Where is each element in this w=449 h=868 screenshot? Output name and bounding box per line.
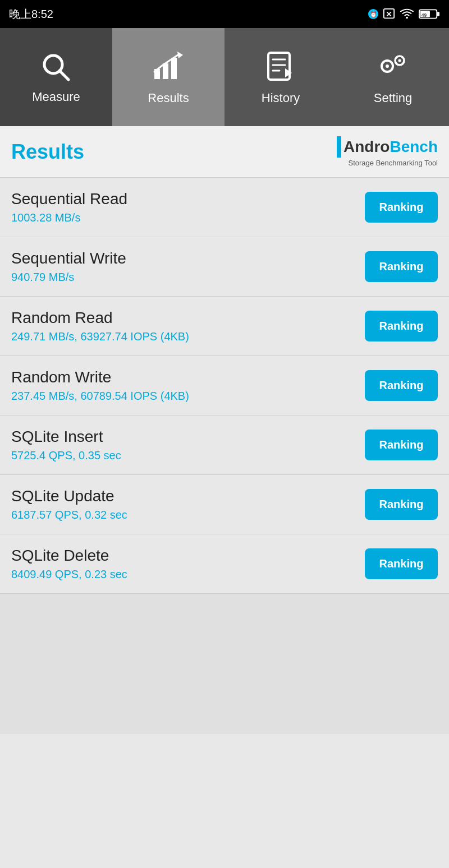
- tab-setting-label: Setting: [374, 91, 413, 105]
- ranking-button-3[interactable]: Ranking: [365, 370, 438, 401]
- result-row-6: SQLite Delete8409.49 QPS, 0.23 secRankin…: [0, 534, 449, 594]
- result-value-4: 5725.4 QPS, 0.35 sec: [11, 449, 365, 462]
- tab-measure[interactable]: Measure: [0, 28, 112, 126]
- result-value-0: 1003.28 MB/s: [11, 211, 365, 224]
- ranking-button-1[interactable]: Ranking: [365, 251, 438, 282]
- result-name-6: SQLite Delete: [11, 547, 365, 565]
- result-value-5: 6187.57 QPS, 0.32 sec: [11, 509, 365, 521]
- result-value-6: 8409.49 QPS, 0.23 sec: [11, 568, 365, 581]
- tab-measure-label: Measure: [32, 90, 80, 104]
- history-icon: [264, 49, 297, 85]
- result-row-3: Random Write237.45 MB/s, 60789.54 IOPS (…: [0, 356, 449, 415]
- svg-point-3: [406, 17, 408, 19]
- brand-bench: Bench: [390, 138, 438, 156]
- tab-results[interactable]: Results: [112, 28, 224, 126]
- brand-bar: [337, 136, 341, 158]
- result-name-0: Sequential Read: [11, 190, 365, 208]
- result-info-5: SQLite Update6187.57 QPS, 0.32 sec: [11, 487, 365, 521]
- result-name-1: Sequential Write: [11, 250, 365, 267]
- measure-icon: [39, 50, 73, 84]
- bottom-filler: [0, 594, 449, 734]
- tab-history-label: History: [262, 91, 300, 105]
- result-list: Sequential Read1003.28 MB/sRankingSequen…: [0, 178, 449, 594]
- status-time: 晚上8:52: [9, 7, 53, 22]
- ranking-button-2[interactable]: Ranking: [365, 311, 438, 341]
- svg-rect-11: [163, 63, 168, 79]
- result-value-2: 249.71 MB/s, 63927.74 IOPS (4KB): [11, 330, 365, 343]
- ranking-button-5[interactable]: Ranking: [365, 489, 438, 520]
- brand-logo: AndroBench Storage Benchmarking Tool: [337, 136, 438, 167]
- brand-name: AndroBench: [343, 138, 438, 156]
- results-header: Results AndroBench Storage Benchmarking …: [0, 126, 449, 178]
- result-info-4: SQLite Insert5725.4 QPS, 0.35 sec: [11, 428, 365, 462]
- result-info-0: Sequential Read1003.28 MB/s: [11, 190, 365, 224]
- svg-rect-12: [171, 58, 177, 79]
- result-value-1: 940.79 MB/s: [11, 271, 365, 284]
- svg-point-22: [398, 59, 401, 62]
- result-row-5: SQLite Update6187.57 QPS, 0.32 secRankin…: [0, 475, 449, 534]
- result-value-3: 237.45 MB/s, 60789.54 IOPS (4KB): [11, 390, 365, 403]
- svg-rect-5: [437, 12, 439, 16]
- result-info-6: SQLite Delete8409.49 QPS, 0.23 sec: [11, 547, 365, 581]
- result-name-4: SQLite Insert: [11, 428, 365, 446]
- brand-andro: Andro: [343, 138, 390, 156]
- results-title: Results: [11, 140, 84, 164]
- x-icon: [383, 8, 395, 20]
- svg-line-9: [59, 71, 68, 80]
- result-name-3: Random Write: [11, 368, 365, 386]
- status-icons: ⏰ 49: [368, 8, 440, 20]
- ranking-button-4[interactable]: Ranking: [365, 430, 438, 460]
- tab-setting[interactable]: Setting: [337, 28, 449, 126]
- tab-history[interactable]: History: [224, 28, 337, 126]
- tab-results-label: Results: [148, 91, 189, 105]
- result-name-5: SQLite Update: [11, 487, 365, 505]
- result-name-2: Random Read: [11, 309, 365, 327]
- brand-tagline: Storage Benchmarking Tool: [349, 159, 438, 167]
- tab-bar: Measure Results History: [0, 28, 449, 126]
- svg-marker-13: [177, 52, 183, 58]
- alarm-icon: ⏰: [368, 9, 378, 19]
- content-area: Results AndroBench Storage Benchmarking …: [0, 126, 449, 868]
- status-bar: 晚上8:52 ⏰ 49: [0, 0, 449, 28]
- svg-point-20: [386, 64, 389, 68]
- result-row-1: Sequential Write940.79 MB/sRanking: [0, 237, 449, 297]
- setting-icon: [376, 49, 410, 85]
- result-row-0: Sequential Read1003.28 MB/sRanking: [0, 178, 449, 237]
- result-row-4: SQLite Insert5725.4 QPS, 0.35 secRanking: [0, 415, 449, 475]
- result-info-1: Sequential Write940.79 MB/s: [11, 250, 365, 284]
- wifi-icon: [400, 8, 414, 20]
- result-info-3: Random Write237.45 MB/s, 60789.54 IOPS (…: [11, 368, 365, 403]
- battery-icon: 49: [419, 8, 440, 20]
- result-info-2: Random Read249.71 MB/s, 63927.74 IOPS (4…: [11, 309, 365, 343]
- ranking-button-0[interactable]: Ranking: [365, 192, 438, 223]
- ranking-button-6[interactable]: Ranking: [365, 548, 438, 579]
- results-icon: [152, 49, 185, 85]
- svg-text:49: 49: [421, 12, 427, 18]
- result-row-2: Random Read249.71 MB/s, 63927.74 IOPS (4…: [0, 297, 449, 356]
